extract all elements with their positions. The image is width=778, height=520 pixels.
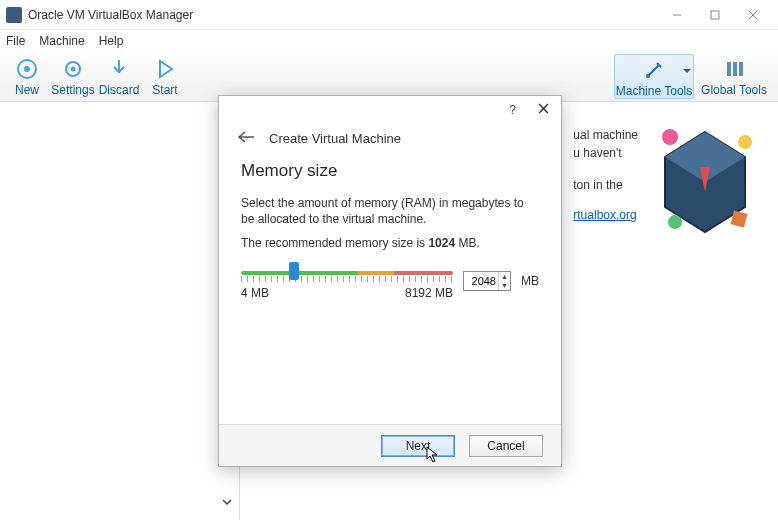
- virtualbox-link[interactable]: rtualbox.org: [573, 208, 636, 222]
- new-button[interactable]: New: [4, 54, 50, 97]
- next-button[interactable]: Next: [381, 435, 455, 457]
- machine-tools-button[interactable]: Machine Tools: [614, 54, 694, 99]
- svg-point-2: [24, 66, 30, 72]
- start-button[interactable]: Start: [142, 54, 188, 97]
- machine-tools-label: Machine Tools: [616, 84, 693, 98]
- spin-down-icon[interactable]: ▼: [499, 281, 510, 290]
- start-label: Start: [152, 83, 177, 97]
- create-vm-dialog: ? Create Virtual Machine Memory size Sel…: [218, 95, 562, 467]
- dialog-description: Select the amount of memory (RAM) in meg…: [241, 195, 539, 227]
- menu-machine[interactable]: Machine: [39, 34, 84, 48]
- svg-point-4: [71, 67, 76, 72]
- svg-point-13: [668, 215, 682, 229]
- back-button[interactable]: [237, 130, 255, 147]
- close-button[interactable]: [734, 1, 772, 29]
- maximize-button[interactable]: [696, 1, 734, 29]
- help-button[interactable]: ?: [509, 103, 516, 117]
- memory-spinbox[interactable]: ▲ ▼: [463, 271, 511, 291]
- hint-line-1: ual machine: [573, 126, 638, 144]
- dialog-heading: Memory size: [241, 161, 539, 181]
- virtualbox-logo: [650, 112, 760, 242]
- hint-line-3: ton in the: [573, 176, 638, 194]
- app-icon: [6, 7, 22, 23]
- discard-icon: [106, 56, 132, 82]
- svg-point-5: [646, 74, 650, 78]
- vm-list-pane: [0, 102, 240, 520]
- svg-rect-6: [727, 62, 731, 76]
- cancel-label: Cancel: [487, 439, 524, 453]
- menu-file[interactable]: File: [6, 34, 25, 48]
- titlebar: Oracle VM VirtualBox Manager: [0, 0, 778, 30]
- new-icon: [14, 56, 40, 82]
- dialog-recommendation: The recommended memory size is 1024 MB.: [241, 235, 539, 251]
- global-tools-button[interactable]: Global Tools: [694, 54, 774, 99]
- menu-help[interactable]: Help: [99, 34, 124, 48]
- window-title: Oracle VM VirtualBox Manager: [28, 8, 658, 22]
- settings-button[interactable]: Settings: [50, 54, 96, 97]
- settings-label: Settings: [51, 83, 94, 97]
- start-icon: [152, 56, 178, 82]
- cancel-button[interactable]: Cancel: [469, 435, 543, 457]
- chevron-down-icon: [683, 69, 691, 77]
- rec-value: 1024: [428, 236, 455, 250]
- svg-rect-8: [739, 62, 743, 76]
- discard-label: Discard: [99, 83, 140, 97]
- discard-button[interactable]: Discard: [96, 54, 142, 97]
- minimize-button[interactable]: [658, 1, 696, 29]
- svg-point-12: [738, 135, 752, 149]
- memory-slider[interactable]: [241, 262, 453, 284]
- svg-rect-7: [733, 62, 737, 76]
- gear-icon: [60, 56, 86, 82]
- global-tools-icon: [721, 56, 747, 82]
- dialog-title: Create Virtual Machine: [269, 131, 401, 146]
- global-tools-label: Global Tools: [701, 83, 767, 97]
- slider-max-label: 8192 MB: [405, 286, 453, 300]
- menubar: File Machine Help: [0, 30, 778, 52]
- slider-thumb[interactable]: [289, 262, 299, 280]
- rec-prefix: The recommended memory size is: [241, 236, 428, 250]
- memory-input[interactable]: [464, 275, 498, 287]
- chevron-down-icon[interactable]: [219, 494, 235, 510]
- slider-track: [241, 271, 453, 275]
- svg-rect-0: [711, 11, 719, 19]
- spin-up-icon[interactable]: ▲: [499, 272, 510, 281]
- svg-point-11: [662, 129, 678, 145]
- memory-unit: MB: [521, 274, 539, 288]
- hint-line-2: u haven't: [573, 144, 638, 162]
- slider-ticks: [241, 276, 453, 282]
- slider-min-label: 4 MB: [241, 286, 269, 300]
- new-label: New: [15, 83, 39, 97]
- rec-suffix: MB.: [455, 236, 480, 250]
- machine-tools-icon: [641, 57, 667, 83]
- cursor-icon: [426, 446, 440, 464]
- dialog-close-button[interactable]: [538, 103, 549, 117]
